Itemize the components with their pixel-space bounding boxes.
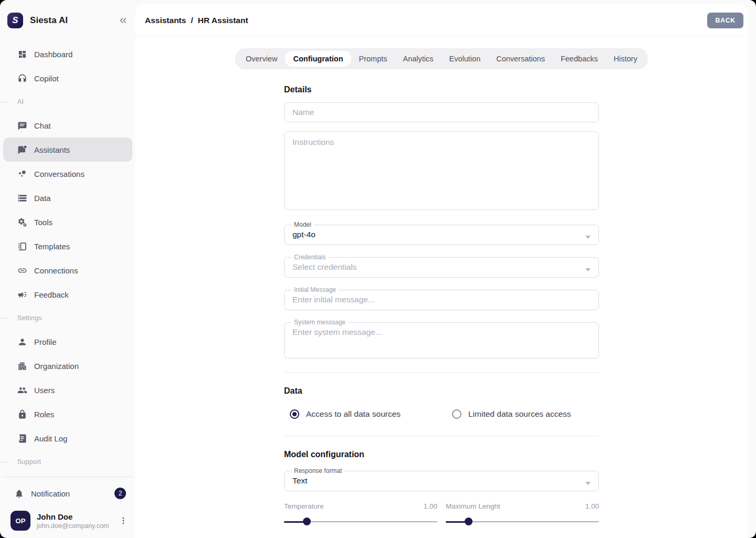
user-card[interactable]: OP John Doe john.doe@company.com: [0, 505, 135, 533]
tab-conversations[interactable]: Conversations: [488, 51, 553, 67]
radio-unselected-icon[interactable]: [452, 409, 461, 419]
details-heading: Details: [284, 85, 599, 94]
tab-prompts[interactable]: Prompts: [351, 51, 395, 67]
system-message-input[interactable]: System messsage Enter system message...: [284, 319, 599, 358]
radio-selected-icon[interactable]: [290, 409, 299, 419]
system-message-placeholder: Enter system message...: [292, 326, 592, 353]
model-select-value: gpt-4o: [292, 228, 592, 240]
chevron-down-icon: [585, 236, 591, 239]
credentials-select[interactable]: Credentials Select credentials: [284, 254, 599, 278]
receipt-icon: [17, 434, 27, 444]
sidebar-item-users[interactable]: Users: [3, 378, 132, 402]
section-divider: [284, 436, 599, 436]
chevron-down-icon: [585, 482, 591, 485]
initial-message-input[interactable]: Initial Message Enter initial message...: [284, 286, 599, 310]
sidebar-item-copilot[interactable]: Copilot: [3, 66, 132, 90]
sidebar-item-conversations[interactable]: Conversations: [3, 162, 132, 186]
model-select[interactable]: Model gpt-4o: [284, 221, 599, 245]
nav-group-settings: Settings: [0, 307, 135, 330]
tab-analytics[interactable]: Analytics: [395, 51, 442, 67]
slider-thumb[interactable]: [303, 518, 311, 525]
response-format-value: Text: [292, 474, 592, 486]
user-email: john.doe@company.com: [37, 522, 109, 530]
tab-evolution[interactable]: Evolution: [442, 51, 489, 67]
brand: S Siesta AI: [0, 0, 135, 28]
breadcrumb-separator: /: [191, 16, 193, 25]
sidebar-divider: [3, 477, 132, 477]
max-length-slider[interactable]: [446, 518, 599, 525]
model-sliders: Temperature 1.00 Maximum Lenght 1.00: [284, 502, 599, 538]
slider-thumb[interactable]: [465, 518, 472, 525]
tab-history[interactable]: History: [606, 51, 645, 67]
tab-configuration[interactable]: Confiugration: [285, 51, 351, 67]
user-name: John Doe: [37, 512, 109, 521]
notification-item[interactable]: Notification 2: [0, 481, 135, 505]
bell-icon: [14, 489, 24, 499]
sidebar-item-organization[interactable]: Organization: [3, 354, 132, 378]
sidebar-item-audit-log[interactable]: Audit Log: [3, 426, 132, 450]
credentials-select-placeholder: Select credentials: [292, 261, 592, 272]
app-window: S Siesta AI Dashboard Copilot AI Chat: [0, 0, 756, 538]
gears-icon: [17, 217, 27, 227]
user-meta: John Doe john.doe@company.com: [37, 512, 109, 530]
avatar: OP: [10, 511, 30, 531]
group-icon: [17, 385, 27, 395]
notification-badge: 2: [114, 488, 126, 499]
double-chevron-left-icon[interactable]: [118, 15, 128, 26]
name-input[interactable]: [284, 102, 599, 122]
page-header: Assistants / HR Assistant BACK: [135, 4, 748, 37]
storage-icon: [17, 193, 27, 203]
assistant-bubble-icon: [17, 145, 27, 155]
tab-overview[interactable]: Overview: [238, 51, 285, 67]
dots-cluster-icon: [17, 169, 27, 179]
building-icon: [17, 361, 27, 371]
sidebar-item-chat[interactable]: Chat: [3, 113, 132, 138]
back-button[interactable]: BACK: [707, 13, 743, 28]
initial-message-label: Initial Message: [291, 286, 339, 293]
data-heading: Data: [284, 386, 599, 396]
section-divider: [284, 372, 599, 373]
system-message-label: System messsage: [291, 319, 348, 326]
radio-limited-data-sources[interactable]: Limited data sources access: [442, 409, 599, 419]
model-select-label: Model: [291, 221, 314, 228]
sidebar-item-profile[interactable]: Profile: [3, 330, 132, 354]
lock-icon: [17, 409, 27, 419]
nav-group-ai: AI: [0, 90, 135, 113]
breadcrumb-current: HR Assistant: [198, 16, 248, 25]
sidebar-item-data[interactable]: Data: [3, 186, 132, 210]
brand-name: Siesta AI: [30, 15, 68, 26]
sidebar-bottom: Notification 2 OP John Doe john.doe@comp…: [0, 477, 135, 538]
dashboard-icon: [17, 49, 27, 59]
sidebar-item-assistants[interactable]: Assistants: [3, 138, 132, 162]
max-length-label: Maximum Lenght: [446, 502, 500, 510]
sidebar: S Siesta AI Dashboard Copilot AI Chat: [0, 0, 135, 538]
sidebar-item-tools[interactable]: Tools: [3, 210, 132, 234]
tab-feedbacks[interactable]: Feedbacks: [553, 51, 606, 67]
initial-message-placeholder: Enter initial message...: [292, 293, 592, 305]
radio-all-data-sources[interactable]: Access to all data sources: [284, 409, 442, 419]
sidebar-item-dashboard[interactable]: Dashboard: [3, 42, 132, 66]
sidebar-item-roles[interactable]: Roles: [3, 402, 132, 426]
temperature-value: 1.00: [424, 502, 437, 510]
response-format-select[interactable]: Response format Text: [284, 467, 599, 491]
max-length-value: 1.00: [585, 502, 599, 510]
breadcrumb-parent[interactable]: Assistants: [145, 16, 186, 25]
sidebar-item-templates[interactable]: Templates: [3, 234, 132, 258]
instructions-input[interactable]: [284, 131, 599, 210]
sidebar-item-connections[interactable]: Connections: [3, 258, 132, 282]
main-panel: Assistants / HR Assistant BACK Overview …: [135, 4, 748, 538]
headset-icon: [17, 73, 27, 83]
chevron-down-icon: [585, 268, 591, 271]
tab-bar-wrap: Overview Confiugration Prompts Analytics…: [135, 48, 748, 69]
model-config-heading: Model configuration: [284, 450, 599, 459]
credentials-select-label: Credentials: [291, 254, 329, 261]
temperature-slider[interactable]: [284, 518, 437, 525]
person-icon: [17, 337, 27, 347]
megaphone-icon: [17, 290, 27, 300]
sidebar-item-feedback[interactable]: Feedback: [3, 282, 132, 307]
config-form: Details Model gpt-4o Credentials Select …: [284, 85, 599, 538]
kebab-menu-icon[interactable]: [119, 516, 128, 525]
template-icon: [17, 241, 27, 251]
link-icon: [17, 266, 27, 276]
group-divider: [0, 318, 9, 319]
